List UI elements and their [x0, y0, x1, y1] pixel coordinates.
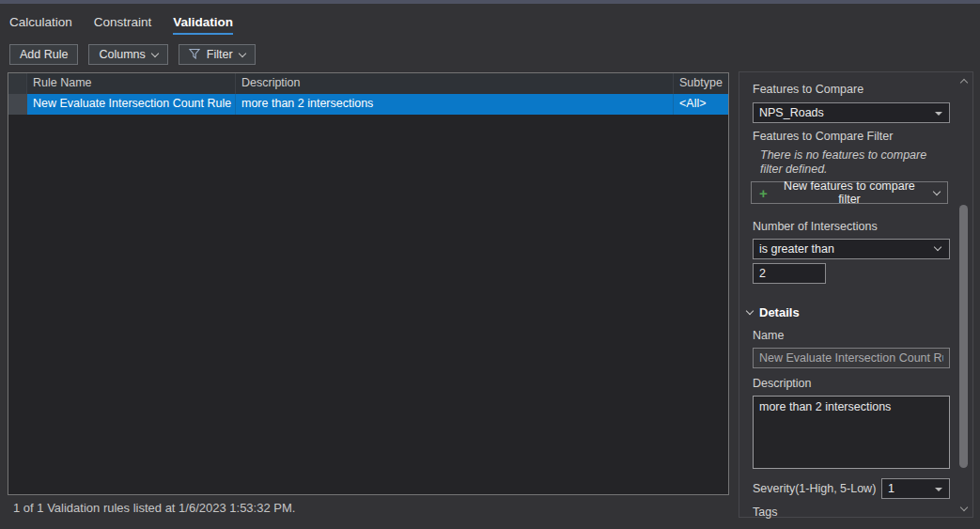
chevron-down-icon: [746, 307, 754, 315]
intersections-count-input[interactable]: [753, 263, 826, 284]
table-header-row: Rule Name Description Subtype: [8, 73, 728, 94]
rule-name-input[interactable]: [753, 348, 950, 368]
validation-rules-table: Rule Name Description Subtype New Evalua…: [8, 72, 729, 495]
rule-name-cell[interactable]: New Evaluate Intersection Count Rule: [27, 94, 236, 115]
features-filter-label: Features to Compare Filter: [753, 130, 893, 143]
details-section-header[interactable]: Details: [747, 305, 800, 319]
rule-subtype-cell[interactable]: <All>: [674, 94, 728, 115]
table-row-selected[interactable]: New Evaluate Intersection Count Rule mor…: [8, 94, 728, 115]
features-to-compare-label: Features to Compare: [753, 83, 863, 96]
tab-calculation[interactable]: Calculation: [9, 15, 72, 35]
filter-label: Filter: [207, 48, 233, 61]
status-bar-text: 1 of 1 Validation rules listed at 1/6/20…: [13, 501, 295, 515]
severity-select[interactable]: 1: [881, 478, 950, 499]
features-to-compare-value: NPS_Roads: [759, 106, 824, 119]
dropdown-caret-icon: [935, 112, 942, 116]
rule-properties-panel: Features to Compare NPS_Roads Features t…: [739, 71, 973, 518]
description-label: Description: [753, 377, 812, 390]
rules-toolbar: Add Rule Columns Filter: [9, 44, 256, 65]
row-selector-cell[interactable]: [8, 94, 27, 115]
chevron-down-icon: [238, 49, 245, 56]
number-of-intersections-label: Number of Intersections: [753, 220, 878, 233]
severity-value: 1: [888, 482, 894, 495]
tab-validation[interactable]: Validation: [173, 15, 233, 35]
chevron-down-icon: [934, 243, 941, 251]
rule-description-textarea[interactable]: more than 2 intersections: [753, 396, 950, 469]
scroll-down-arrow[interactable]: [957, 501, 972, 516]
tab-constraint[interactable]: Constraint: [94, 15, 152, 35]
chevron-down-icon: [933, 187, 941, 194]
features-to-compare-select[interactable]: NPS_Roads: [753, 102, 950, 123]
features-filter-empty-note: There is no features to compare filter d…: [760, 148, 944, 177]
intersections-operator-select[interactable]: is greater than: [753, 239, 950, 259]
row-selector-header-cell: [8, 73, 27, 94]
top-edge-strip: [0, 0, 980, 4]
chevron-down-icon: [960, 503, 968, 510]
filter-dropdown-button[interactable]: Filter: [179, 44, 256, 65]
new-features-filter-button[interactable]: + New features to compare filter: [751, 181, 948, 204]
column-header-subtype[interactable]: Subtype: [674, 73, 728, 94]
chevron-down-icon: [151, 49, 159, 56]
add-rule-button[interactable]: Add Rule: [9, 44, 78, 65]
plus-icon: +: [759, 186, 768, 200]
columns-dropdown-button[interactable]: Columns: [88, 44, 167, 65]
filter-funnel-icon: [189, 48, 200, 62]
panel-scrollbar[interactable]: [957, 73, 972, 516]
rule-description-cell[interactable]: more than 2 intersections: [236, 94, 674, 115]
chevron-up-icon: [960, 78, 968, 86]
dropdown-caret-icon: [935, 488, 942, 491]
scrollbar-thumb[interactable]: [959, 205, 968, 468]
columns-label: Columns: [99, 48, 145, 61]
rule-type-tabs: Calculation Constraint Validation: [9, 15, 233, 35]
column-header-description[interactable]: Description: [236, 73, 674, 94]
new-features-filter-label: New features to compare filter: [773, 179, 926, 206]
scroll-up-arrow[interactable]: [957, 73, 972, 88]
details-label: Details: [759, 305, 800, 319]
tags-label: Tags: [753, 506, 777, 519]
severity-label: Severity(1-High, 5-Low): [753, 482, 876, 495]
intersections-operator-value: is greater than: [759, 242, 834, 256]
add-rule-label: Add Rule: [20, 48, 68, 61]
name-label: Name: [753, 329, 784, 342]
column-header-rule-name[interactable]: Rule Name: [27, 73, 236, 94]
